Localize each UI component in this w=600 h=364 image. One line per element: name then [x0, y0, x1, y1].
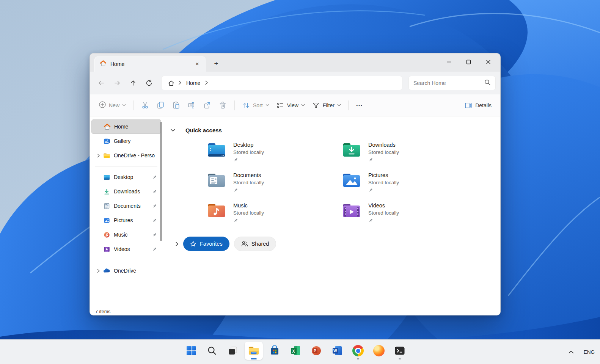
expand-chevron-icon[interactable]	[175, 242, 179, 246]
rename-button[interactable]: A	[184, 98, 199, 113]
sidebar-item-downloads[interactable]: Downloads	[91, 184, 161, 199]
sidebar-item-onedrive-personal[interactable]: OneDrive - Perso	[91, 148, 161, 163]
music-folder-icon	[207, 202, 226, 219]
filter-button[interactable]: Filter	[308, 98, 344, 113]
pin-icon	[233, 218, 264, 224]
search-icon[interactable]	[484, 79, 491, 87]
quick-access-item-videos[interactable]: Videos Stored locally	[342, 202, 477, 224]
details-button[interactable]: Details	[461, 98, 495, 113]
toolbar-divider	[348, 100, 349, 110]
firefox-button[interactable]	[370, 342, 388, 360]
pin-icon	[151, 247, 157, 252]
file-explorer-icon	[248, 345, 259, 356]
status-divider	[119, 309, 119, 314]
search-input[interactable]	[413, 80, 484, 86]
item-status: Stored locally	[368, 179, 399, 186]
pin-icon	[233, 157, 264, 164]
sidebar-item-onedrive[interactable]: OneDrive	[91, 264, 161, 278]
quick-access-item-pictures[interactable]: Pictures Stored locally	[342, 171, 477, 193]
new-tab-button[interactable]: +	[210, 57, 223, 70]
search-box[interactable]	[408, 76, 496, 90]
pin-icon	[368, 157, 399, 164]
start-button[interactable]	[182, 342, 200, 360]
microsoft-store-button[interactable]	[265, 342, 284, 360]
item-name: Downloads	[368, 141, 399, 149]
pinned-sections-row: Favorites Shared	[170, 237, 500, 251]
sidebar-item-pictures[interactable]: Pictures	[91, 213, 161, 228]
address-bar[interactable]: Home	[161, 76, 402, 90]
chrome-icon	[352, 345, 364, 356]
svg-text:P: P	[314, 348, 316, 353]
excel-button[interactable]: X	[286, 342, 305, 360]
sidebar-divider	[95, 260, 157, 260]
chrome-button[interactable]	[349, 342, 367, 360]
quick-access-item-music[interactable]: Music Stored locally	[207, 202, 342, 224]
share-button[interactable]	[199, 98, 215, 113]
paste-button[interactable]	[168, 98, 184, 113]
see-more-button[interactable]: …	[352, 98, 367, 113]
sidebar-item-documents[interactable]: Documents	[91, 199, 161, 213]
videos-folder-icon	[342, 202, 361, 219]
close-button[interactable]	[478, 53, 498, 70]
firefox-icon	[373, 345, 385, 356]
hidden-icons-chevron-icon[interactable]	[569, 350, 574, 354]
refresh-button[interactable]	[142, 76, 156, 90]
new-button[interactable]: New	[95, 98, 129, 113]
maximize-button[interactable]	[459, 53, 478, 70]
desktop-folder-icon	[207, 142, 226, 158]
collapse-chevron-icon[interactable]	[170, 129, 176, 132]
language-indicator[interactable]: ENG	[584, 349, 595, 355]
breadcrumb-chevron-icon	[178, 80, 182, 86]
up-button[interactable]	[126, 76, 140, 90]
cut-button[interactable]	[137, 98, 153, 113]
downloads-folder-icon	[342, 142, 361, 158]
item-name: Pictures	[368, 171, 399, 179]
quick-access-item-desktop[interactable]: Desktop Stored locally	[207, 141, 342, 163]
tab-close-icon[interactable]: ✕	[192, 59, 202, 69]
excel-icon: X	[290, 345, 301, 356]
people-icon	[241, 241, 248, 247]
powerpoint-button[interactable]: P	[307, 342, 325, 360]
window-controls	[439, 53, 498, 70]
sidebar-item-gallery[interactable]: Gallery	[91, 134, 161, 148]
toolbar-divider	[234, 100, 235, 110]
sidebar-scrollbar[interactable]	[160, 122, 162, 241]
onedrive-cloud-icon	[103, 267, 110, 275]
sort-button[interactable]: Sort	[239, 98, 273, 113]
item-count: 7 items	[95, 309, 110, 314]
forward-button[interactable]	[110, 76, 124, 90]
search-button[interactable]	[203, 342, 221, 360]
item-name: Videos	[368, 202, 399, 209]
file-explorer-button[interactable]	[245, 342, 263, 360]
word-button[interactable]: W	[328, 342, 346, 360]
view-button[interactable]: View	[273, 98, 308, 113]
sidebar-item-desktop[interactable]: Desktop	[91, 170, 161, 184]
tab-home[interactable]: Home ✕	[94, 56, 206, 72]
chevron-down-icon	[301, 104, 305, 107]
details-pane-icon	[464, 101, 473, 110]
downloads-icon	[103, 188, 110, 195]
minimize-button[interactable]	[439, 53, 459, 70]
expand-chevron-icon[interactable]	[94, 269, 103, 273]
search-icon	[207, 346, 217, 356]
expand-chevron-icon[interactable]	[94, 154, 103, 158]
sidebar-item-videos[interactable]: Videos	[91, 242, 161, 256]
breadcrumb-home[interactable]: Home	[183, 80, 203, 86]
item-status: Stored locally	[233, 209, 264, 217]
quick-access-header[interactable]: Quick access	[170, 127, 500, 133]
pin-icon	[233, 187, 264, 194]
shared-pill[interactable]: Shared	[234, 237, 276, 251]
breadcrumb-home-icon[interactable]	[165, 76, 177, 90]
task-view-button[interactable]	[224, 342, 242, 360]
favorites-pill[interactable]: Favorites	[183, 237, 229, 251]
terminal-button[interactable]	[391, 342, 409, 360]
quick-access-item-downloads[interactable]: Downloads Stored locally	[342, 141, 477, 163]
quick-access-item-documents[interactable]: Documents Stored locally	[207, 171, 342, 193]
terminal-icon	[394, 345, 405, 356]
desktop-icon	[103, 173, 110, 181]
sidebar-item-home[interactable]: Home	[91, 119, 161, 134]
sidebar-item-music[interactable]: Music	[91, 228, 161, 242]
back-button[interactable]	[94, 76, 108, 90]
delete-button[interactable]	[215, 98, 231, 113]
copy-button[interactable]	[153, 98, 168, 113]
